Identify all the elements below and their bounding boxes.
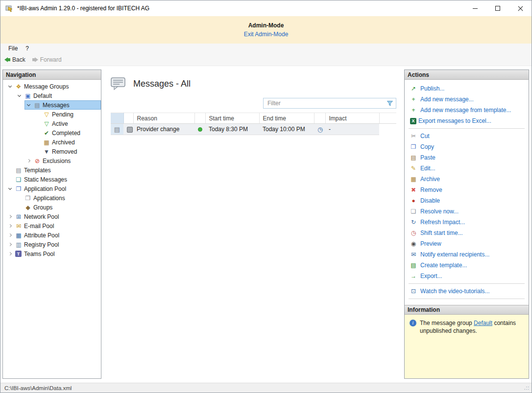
action-label: Cut xyxy=(420,133,430,139)
removed-filter-icon: ▼ xyxy=(42,148,51,155)
default-group-link[interactable]: Default xyxy=(474,320,492,326)
action-edit[interactable]: ✎Edit... xyxy=(405,163,529,174)
content-title: Messages - All xyxy=(111,77,396,90)
back-button[interactable]: Back xyxy=(4,56,25,63)
export-excel-icon: X xyxy=(410,118,416,124)
tree-item-message-groups[interactable]: ❖Message Groups xyxy=(3,82,101,91)
window-title: *IBI-aws Admin 1.29.0 - registered for I… xyxy=(17,5,149,12)
action-shift-start-time[interactable]: ◷Shift start time... xyxy=(405,228,529,238)
refresh-impact-icon: ↻ xyxy=(409,219,418,226)
chevron-collapsed-icon[interactable] xyxy=(6,253,14,255)
shift-start-time-icon: ◷ xyxy=(409,230,418,236)
column-header-state[interactable] xyxy=(123,113,133,124)
tree-item-label: Static Messages xyxy=(24,176,67,183)
preview-icon: ◉ xyxy=(409,240,418,247)
tree-item-body: ▤Messages xyxy=(24,100,101,110)
tree-item-registry-pool[interactable]: ▥Registry Pool xyxy=(3,240,101,249)
close-icon[interactable] xyxy=(509,0,532,16)
application-pool-icon: ❐ xyxy=(14,185,24,192)
action-copy[interactable]: ❐Copy xyxy=(405,141,529,152)
action-label: Paste xyxy=(420,154,435,161)
resize-grip[interactable]: .:: xyxy=(524,385,530,391)
chevron-expanded-icon[interactable] xyxy=(6,188,14,189)
chevron-collapsed-icon[interactable] xyxy=(6,215,14,218)
filter-funnel-icon[interactable] xyxy=(387,100,393,107)
action-remove[interactable]: ✖Remove xyxy=(405,185,529,195)
action-cut[interactable]: ✂Cut xyxy=(405,131,529,141)
tree-item-teams-pool[interactable]: TTeams Pool xyxy=(3,249,101,258)
action-publish[interactable]: ↗Publish... xyxy=(405,83,529,94)
action-add-new-message[interactable]: +Add new message... xyxy=(405,94,529,105)
action-create-template[interactable]: ▤Create template... xyxy=(405,260,529,271)
tree-item-network-pool[interactable]: ⊞Network Pool xyxy=(3,212,101,221)
tree-item-label: Application Pool xyxy=(24,185,66,192)
action-export-messages-to-excel[interactable]: XExport messages to Excel... xyxy=(405,116,529,126)
action-notify-external-recipients[interactable]: ✉Notify external recipients... xyxy=(405,249,529,260)
groups-icon: ◆ xyxy=(23,204,33,211)
column-header-start[interactable]: Start time xyxy=(205,113,259,124)
tree-item-completed[interactable]: ✔Completed xyxy=(3,128,101,138)
cell-status xyxy=(194,124,205,135)
tree-item-exclusions[interactable]: ⊘Exclusions xyxy=(3,156,101,165)
tree-item-removed[interactable]: ▼Removed xyxy=(3,147,101,156)
tree-item-active[interactable]: ▽Active xyxy=(3,119,101,128)
exit-admin-mode-link[interactable]: Exit Admin-Mode xyxy=(244,31,289,38)
tree-item-default[interactable]: ▣Default xyxy=(3,91,101,100)
messages-title-icon xyxy=(111,77,125,90)
action-archive[interactable]: ▦Archive xyxy=(405,174,529,185)
column-header-status[interactable] xyxy=(194,113,205,124)
actions-overflow[interactable]: ... xyxy=(405,301,529,305)
tree-item-application-pool[interactable]: ❐Application Pool xyxy=(3,184,101,193)
forward-button[interactable]: Forward xyxy=(32,56,62,63)
tree-item-body: ▣Default xyxy=(15,91,101,100)
chevron-collapsed-icon[interactable] xyxy=(6,234,14,236)
tree-item-label: Teams Pool xyxy=(24,251,55,257)
action-disable[interactable]: ●Disable xyxy=(405,195,529,206)
pending-filter-icon: ▽ xyxy=(42,111,51,118)
action-paste[interactable]: ▤Paste xyxy=(405,152,529,163)
tree-item-e-mail-pool[interactable]: ✉E-mail Pool xyxy=(3,221,101,231)
tree-item-static-messages[interactable]: ❑Static Messages xyxy=(3,175,101,184)
cell-state xyxy=(123,124,133,135)
chevron-collapsed-icon[interactable] xyxy=(6,225,14,227)
tree-item-attribute-pool[interactable]: ▦Attribute Pool xyxy=(3,231,101,240)
minimize-icon[interactable] xyxy=(464,0,486,16)
chevron-collapsed-icon[interactable] xyxy=(24,160,32,162)
action-refresh-impact[interactable]: ↻Refresh Impact... xyxy=(405,217,529,228)
tree-item-pending[interactable]: ▽Pending xyxy=(3,110,101,119)
action-resolve-now[interactable]: ❏Resolve now... xyxy=(405,206,529,217)
column-header-end[interactable]: End time xyxy=(259,113,314,124)
column-header-impact[interactable]: Impact xyxy=(325,113,379,124)
admin-mode-banner: Admin-Mode Exit Admin-Mode xyxy=(0,16,532,44)
action-add-new-message-from-template[interactable]: +Add new message from template... xyxy=(405,105,529,116)
tree-item-archived[interactable]: ▦Archived xyxy=(3,138,101,147)
page-title: Messages - All xyxy=(133,79,191,89)
chevron-expanded-icon[interactable] xyxy=(6,86,14,87)
tree-item-groups[interactable]: ◆Groups xyxy=(3,203,101,212)
action-export[interactable]: →Export... xyxy=(405,271,529,281)
tree-item-label: Completed xyxy=(52,130,80,137)
tree-item-templates[interactable]: ▤Templates xyxy=(3,165,101,175)
navigation-panel: Navigation ❖Message Groups▣Default▤Messa… xyxy=(2,69,101,379)
information-panel: The message group Default contains unpub… xyxy=(405,315,529,378)
chevron-expanded-icon[interactable] xyxy=(15,95,23,96)
chevron-expanded-icon[interactable] xyxy=(24,104,32,106)
action-watch-the-video-tutorials[interactable]: ⊡Watch the video-tutorials... xyxy=(405,286,529,297)
exclusions-icon: ⊘ xyxy=(32,158,42,164)
create-template-icon: ▤ xyxy=(409,262,418,269)
tree-item-messages[interactable]: ▤Messages xyxy=(3,100,101,110)
menu-file[interactable]: File xyxy=(4,44,22,53)
table-row[interactable]: ▤Provider changeToday 8:30 PMToday 10:00… xyxy=(111,124,396,135)
filter-row xyxy=(111,98,396,109)
menu-help[interactable]: ? xyxy=(22,44,33,53)
filter-input[interactable] xyxy=(264,100,387,107)
resolve-now-icon: ❏ xyxy=(409,208,418,215)
maximize-icon[interactable] xyxy=(486,0,509,16)
tree-item-applications[interactable]: ❐Applications xyxy=(3,193,101,203)
column-header-type[interactable] xyxy=(111,113,123,124)
published-status-icon xyxy=(198,127,202,132)
column-header-impact_icon[interactable] xyxy=(314,113,325,124)
action-preview[interactable]: ◉Preview xyxy=(405,238,529,249)
chevron-collapsed-icon[interactable] xyxy=(6,243,14,246)
column-header-reason[interactable]: Reason xyxy=(133,113,194,124)
